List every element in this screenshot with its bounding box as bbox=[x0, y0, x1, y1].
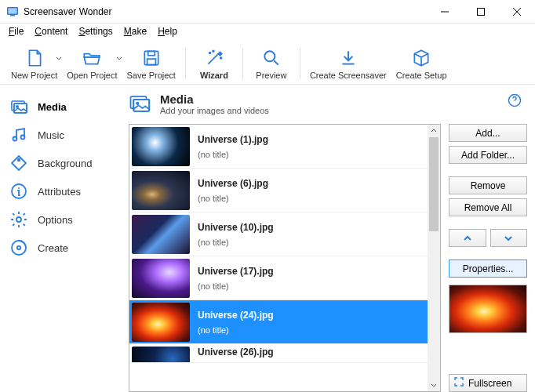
chevron-down-icon bbox=[116, 54, 122, 64]
scroll-down-button[interactable] bbox=[428, 379, 440, 391]
sidebar-item-label: Background bbox=[38, 158, 92, 169]
wand-icon bbox=[203, 46, 225, 70]
sidebar: Media Music Background Attributes Option… bbox=[0, 85, 126, 392]
list-item[interactable]: Universe (17).jpg(no title) bbox=[129, 256, 428, 300]
list-item[interactable]: Universe (26).jpg(no title) bbox=[129, 344, 428, 363]
svg-rect-8 bbox=[147, 51, 155, 55]
magnify-icon bbox=[261, 46, 282, 70]
svg-rect-9 bbox=[147, 59, 155, 65]
thumbnail bbox=[132, 347, 190, 363]
list-item[interactable]: Universe (10).jpg(no title) bbox=[129, 212, 428, 256]
sidebar-item-media[interactable]: Media bbox=[9, 93, 121, 121]
scrollbar[interactable] bbox=[428, 125, 440, 391]
menu-content[interactable]: Content bbox=[29, 24, 73, 38]
svg-point-13 bbox=[264, 51, 275, 61]
preview-button[interactable]: Preview bbox=[248, 45, 295, 82]
add-button[interactable]: Add... bbox=[449, 124, 527, 142]
sidebar-item-label: Attributes bbox=[38, 186, 81, 198]
separator bbox=[300, 48, 300, 79]
music-icon bbox=[9, 125, 28, 144]
close-button[interactable] bbox=[499, 0, 535, 24]
sidebar-item-music[interactable]: Music bbox=[9, 121, 121, 149]
sidebar-item-label: Music bbox=[38, 129, 64, 141]
tag-icon bbox=[9, 154, 28, 172]
scroll-track[interactable] bbox=[428, 137, 440, 379]
sidebar-item-background[interactable]: Background bbox=[9, 149, 121, 177]
svg-point-18 bbox=[13, 137, 17, 141]
svg-point-11 bbox=[213, 50, 214, 52]
menu-settings[interactable]: Settings bbox=[73, 24, 118, 38]
help-icon[interactable] bbox=[507, 93, 522, 111]
properties-button[interactable]: Properties... bbox=[449, 260, 527, 278]
save-icon bbox=[141, 46, 162, 70]
svg-point-17 bbox=[16, 106, 18, 107]
open-project-button[interactable]: Open Project bbox=[62, 45, 122, 82]
fullscreen-icon bbox=[454, 377, 464, 389]
thumbnail bbox=[132, 127, 190, 166]
disc-icon bbox=[9, 238, 28, 257]
menu-make[interactable]: Make bbox=[118, 24, 152, 38]
create-setup-button[interactable]: Create Setup bbox=[391, 45, 452, 82]
page-subtitle: Add your images and videos bbox=[160, 106, 269, 115]
svg-point-19 bbox=[21, 136, 25, 140]
remove-all-button[interactable]: Remove All bbox=[449, 198, 527, 216]
info-icon bbox=[9, 182, 28, 201]
scroll-thumb[interactable] bbox=[429, 137, 439, 231]
list-item[interactable]: Universe (1).jpg(no title) bbox=[129, 125, 428, 169]
svg-point-24 bbox=[17, 246, 20, 249]
menu-help[interactable]: Help bbox=[152, 24, 183, 38]
save-project-button[interactable]: Save Project bbox=[122, 45, 180, 82]
toolbar: New Project Open Project Save Project Wi… bbox=[0, 39, 535, 85]
svg-rect-1 bbox=[9, 8, 17, 13]
app-icon bbox=[6, 5, 19, 18]
gear-icon bbox=[9, 210, 28, 229]
minimize-button[interactable] bbox=[427, 0, 463, 24]
media-icon bbox=[9, 97, 28, 116]
move-down-button[interactable] bbox=[490, 229, 528, 247]
create-screensaver-button[interactable]: Create Screensaver bbox=[305, 45, 391, 82]
new-project-button[interactable]: New Project bbox=[6, 45, 62, 82]
svg-point-20 bbox=[18, 159, 20, 162]
wizard-button[interactable]: Wizard bbox=[191, 45, 238, 82]
list-item[interactable]: Universe (24).jpg(no title) bbox=[129, 300, 428, 344]
move-up-button[interactable] bbox=[449, 229, 486, 247]
separator bbox=[242, 48, 243, 79]
package-icon bbox=[411, 46, 431, 70]
separator bbox=[185, 48, 186, 79]
sidebar-item-attributes[interactable]: Attributes bbox=[9, 177, 121, 205]
svg-point-22 bbox=[16, 217, 21, 222]
menubar: File Content Settings Make Help bbox=[0, 24, 535, 39]
list-item[interactable]: Universe (6).jpg(no title) bbox=[129, 169, 428, 212]
main-header: Media Add your images and videos bbox=[129, 93, 527, 116]
fullscreen-button[interactable]: Fullscreen bbox=[449, 374, 527, 392]
page-title: Media bbox=[160, 93, 269, 106]
titlebar: Screensaver Wonder bbox=[0, 0, 535, 24]
svg-rect-26 bbox=[133, 100, 149, 111]
main-split: Universe (1).jpg(no title) Universe (6).… bbox=[129, 124, 527, 392]
scroll-up-button[interactable] bbox=[428, 125, 440, 137]
sidebar-item-label: Create bbox=[38, 242, 68, 254]
remove-button[interactable]: Remove bbox=[449, 176, 527, 194]
sidebar-item-label: Media bbox=[38, 101, 67, 113]
media-list[interactable]: Universe (1).jpg(no title) Universe (6).… bbox=[129, 125, 428, 391]
folder-open-icon bbox=[81, 46, 103, 70]
new-file-icon bbox=[24, 46, 45, 70]
svg-rect-15 bbox=[14, 103, 27, 113]
sidebar-item-create[interactable]: Create bbox=[9, 234, 121, 262]
thumbnail bbox=[132, 259, 190, 298]
sidebar-item-options[interactable]: Options bbox=[9, 205, 121, 234]
add-folder-button[interactable]: Add Folder... bbox=[449, 146, 527, 164]
chevron-down-icon bbox=[56, 54, 62, 64]
thumbnail bbox=[132, 171, 190, 210]
svg-point-12 bbox=[220, 57, 222, 59]
maximize-button[interactable] bbox=[463, 0, 499, 24]
media-list-container: Universe (1).jpg(no title) Universe (6).… bbox=[129, 124, 441, 392]
thumbnail bbox=[132, 303, 190, 342]
sidebar-item-label: Options bbox=[38, 214, 73, 226]
svg-rect-2 bbox=[10, 15, 15, 16]
body: Media Music Background Attributes Option… bbox=[0, 85, 535, 392]
media-header-icon bbox=[129, 93, 152, 116]
menu-file[interactable]: File bbox=[3, 24, 29, 38]
main: Media Add your images and videos Univers… bbox=[126, 85, 535, 392]
thumbnail bbox=[132, 215, 190, 254]
